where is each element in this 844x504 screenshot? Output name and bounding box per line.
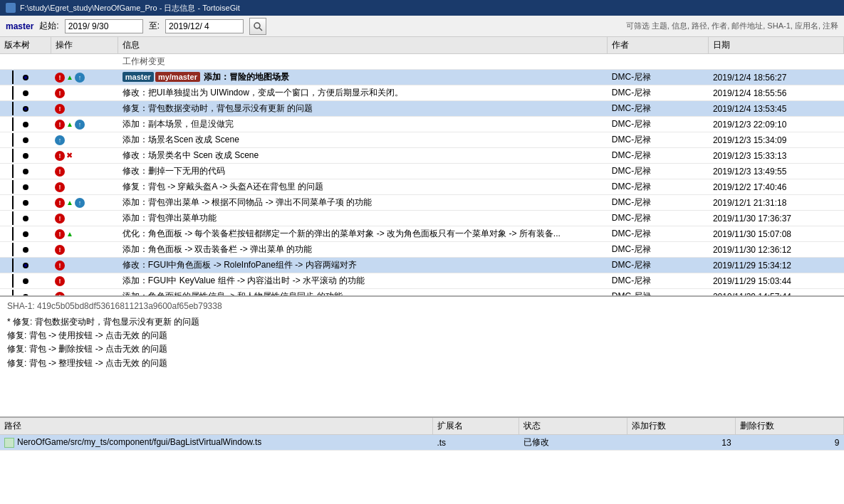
graph-cell [0,117,51,132]
detail-panel: SHA-1: 419c5b05bd8df53616811213a9600af65… [0,297,844,418]
table-row[interactable]: !修改：把UI单独提出为 UIWindow，变成一个窗口，方便后期显示和关闭。D… [0,85,844,101]
graph-cell [0,164,51,179]
graph-dot [23,122,28,127]
table-row[interactable]: !添加：背包弹出菜单功能DMC-尼禄2019/11/30 17:36:37 [0,211,844,226]
action-cell: !▲↑ [51,117,118,132]
message-cell: 修复：背包 -> 穿戴头盔A -> 头盔A还在背包里 的问题 [118,179,608,195]
error-icon: ! [55,276,65,286]
table-row[interactable]: !▲↑添加：背包弹出菜单 -> 根据不同物品 -> 弹出不同菜单子项 的功能DM… [0,195,844,211]
graph-cell [0,211,51,226]
graph-dot [23,231,28,237]
header-message: 信息 [118,37,608,54]
graph-dot [23,184,28,190]
main-area: 版本树 操作 信息 作者 日期 工作树变更!▲↑mastermy/master … [0,37,844,504]
x-icon: ✖ [66,151,73,160]
date-cell: 2019/11/29 14:57:44 [709,289,844,298]
file-status-cell: 已修改 [519,435,627,451]
table-row[interactable]: !✖修改：场景类名中 Scen 改成 SceneDMC-尼禄2019/12/3 … [0,148,844,164]
file-deleted-cell: 9 [736,435,844,451]
commit-message: 添加：副本场景，但是没做完 [123,119,234,129]
title-bar: F:\study\Egret_study\NeroOfGame_Pro - 日志… [0,0,844,16]
error-icon: ! [55,245,65,255]
author-cell: DMC-尼禄 [608,148,709,164]
author-cell: DMC-尼禄 [608,179,709,195]
error-icon: ! [55,214,65,224]
to-label: 至: [149,20,160,32]
date-cell: 2019/12/3 22:09:10 [709,117,844,132]
message-cell: 添加：背包弹出菜单功能 [118,211,608,226]
header-author: 作者 [608,37,709,54]
error-icon: ! [55,198,65,208]
date-cell: 2019/12/1 21:31:18 [709,195,844,211]
graph-cell [0,85,51,101]
up-arrow-icon: ▲ [66,230,73,238]
table-row[interactable]: 工作树变更 [0,54,844,70]
action-cell: !✖ [51,148,118,164]
action-cell [51,54,118,70]
table-row[interactable]: !修改：FGUI中角色面板 -> RoleInfoPane组件 -> 内容两端对… [0,258,844,273]
log-table-wrapper: 版本树 操作 信息 作者 日期 工作树变更!▲↑mastermy/master … [0,37,844,297]
table-row[interactable]: !添加：FGUI中 KeyValue 组件 -> 内容溢出时 -> 水平滚动 的… [0,273,844,289]
table-row[interactable]: !▲↑添加：副本场景，但是没做完DMC-尼禄2019/12/3 22:09:10 [0,117,844,132]
author-cell: DMC-尼禄 [608,101,709,117]
detail-line: 修复: 背包 -> 使用按钮 -> 点击无效 的问题 [7,329,837,342]
branch-label: master [6,21,33,31]
graph-cell [0,226,51,242]
table-row[interactable]: !添加：角色面板 -> 双击装备栏 -> 弹出菜单 的功能DMC-尼禄2019/… [0,242,844,258]
graph-dot [23,169,28,174]
commit-message: 修改：把UI单独提出为 UIWindow，变成一个窗口，方便后期显示和关闭。 [123,88,403,98]
search-button[interactable] [249,18,266,35]
graph-dot [23,106,28,112]
date-cell: 2019/12/2 17:40:46 [709,179,844,195]
table-row[interactable]: !修复：背包 -> 穿戴头盔A -> 头盔A还在背包里 的问题DMC-尼禄201… [0,179,844,195]
file-type-icon [4,438,14,448]
table-row[interactable]: !▲优化：角色面板 -> 每个装备栏按钮都绑定一个新的弹出的菜单对象 -> 改为… [0,226,844,242]
author-cell: DMC-尼禄 [608,211,709,226]
table-row[interactable]: !添加：角色面板的属性信息 -> 和人物属性信息同步 的功能DMC-尼禄2019… [0,289,844,298]
to-date-input[interactable] [165,19,244,33]
error-icon: ! [55,151,65,161]
file-header-ext: 扩展名 [432,418,519,435]
table-row[interactable]: !▲↑mastermy/master 添加：冒险的地图场景DMC-尼禄2019/… [0,70,844,85]
action-cell: !▲ [51,226,118,242]
message-cell: 添加：副本场景，但是没做完 [118,117,608,132]
error-icon: ! [55,182,65,192]
error-icon: ! [55,104,65,114]
author-cell: DMC-尼禄 [608,70,709,85]
file-row[interactable]: NeroOfGame/src/my_ts/component/fgui/BagL… [0,435,844,451]
graph-cell [0,148,51,164]
table-row[interactable]: !修改：删掉一下无用的代码DMC-尼禄2019/12/3 13:49:55 [0,164,844,179]
action-cell: ! [51,242,118,258]
table-row[interactable]: ↑添加：场景名Scen 改成 SceneDMC-尼禄2019/12/3 15:3… [0,132,844,148]
error-icon: ! [55,292,65,298]
branch-tag: my/master [155,72,200,82]
message-cell: 添加：角色面板 -> 双击装备栏 -> 弹出菜单 的功能 [118,242,608,258]
commit-message: 优化：角色面板 -> 每个装备栏按钮都绑定一个新的弹出的菜单对象 -> 改为角色… [123,229,561,238]
author-cell: DMC-尼禄 [608,226,709,242]
date-cell: 2019/11/30 17:36:37 [709,211,844,226]
file-table: 路径 扩展名 状态 添加行数 删除行数 NeroOfGame/src/my_ts… [0,418,844,451]
up-arrow-icon: ▲ [66,73,73,81]
branch-tag: master [123,72,154,82]
commit-message: 添加：背包弹出菜单 -> 根据不同物品 -> 弹出不同菜单子项 的功能 [123,197,372,207]
detail-line: * 修复: 背包数据变动时，背包显示没有更新 的问题 [7,315,837,329]
author-cell: DMC-尼禄 [608,85,709,101]
detail-content: * 修复: 背包数据变动时，背包显示没有更新 的问题修复: 背包 -> 使用按钮… [7,315,837,370]
message-cell: mastermy/master 添加：冒险的地图场景 [118,70,608,85]
table-row[interactable]: !修复：背包数据变动时，背包显示没有更新 的问题DMC-尼禄2019/12/4 … [0,101,844,117]
graph-cell [0,70,51,85]
message-cell: 添加：场景名Scen 改成 Scene [118,132,608,148]
commit-message: 修复：背包 -> 穿戴头盔A -> 头盔A还在背包里 的问题 [123,182,323,191]
graph-cell [0,273,51,289]
action-cell: ! [51,258,118,273]
message-cell: 修改：FGUI中角色面板 -> RoleInfoPane组件 -> 内容两端对齐 [118,258,608,273]
error-icon: ! [55,73,65,83]
from-date-input[interactable] [65,19,143,33]
graph-dot [23,153,28,159]
graph-cell [0,132,51,148]
action-cell: ↑ [51,132,118,148]
graph-dot [23,90,28,96]
author-cell: DMC-尼禄 [608,258,709,273]
action-cell: ! [51,179,118,195]
file-header-path: 路径 [0,418,432,435]
